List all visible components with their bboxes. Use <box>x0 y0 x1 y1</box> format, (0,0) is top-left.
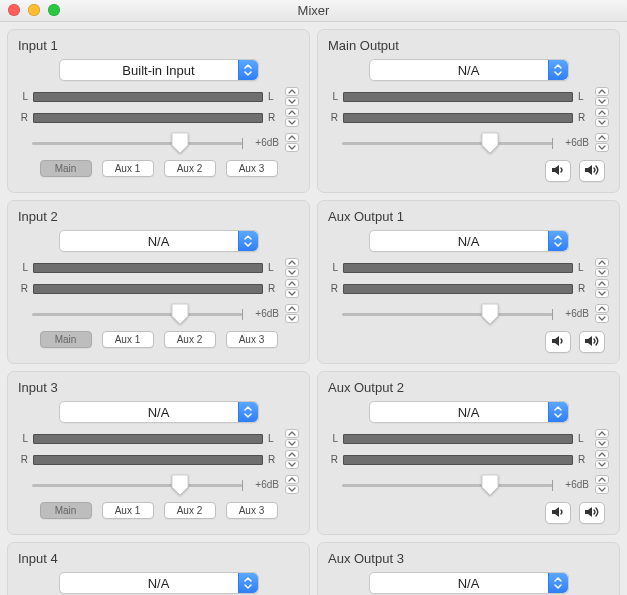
output-1-volume-low-button[interactable] <box>545 160 571 182</box>
stepper-up-icon[interactable] <box>595 450 609 459</box>
input-3-route-aux3-button[interactable]: Aux 3 <box>226 502 278 519</box>
input-2-left-stepper[interactable] <box>285 258 299 277</box>
stepper-up-icon[interactable] <box>595 108 609 117</box>
input-2-right-stepper[interactable] <box>285 279 299 298</box>
zoom-icon[interactable] <box>48 4 60 16</box>
stepper-down-icon[interactable] <box>285 97 299 106</box>
stepper-up-icon[interactable] <box>285 475 299 484</box>
input-1-route-main-button[interactable]: Main <box>40 160 92 177</box>
input-2-route-aux3-button[interactable]: Aux 3 <box>226 331 278 348</box>
stepper-down-icon[interactable] <box>285 143 299 152</box>
output-3-volume-high-button[interactable] <box>579 502 605 524</box>
stepper-up-icon[interactable] <box>285 108 299 117</box>
output-2-volume-high-button[interactable] <box>579 331 605 353</box>
input-3-gain-slider[interactable] <box>32 476 243 494</box>
stepper-down-icon[interactable] <box>285 289 299 298</box>
close-icon[interactable] <box>8 4 20 16</box>
stepper-up-icon[interactable] <box>285 133 299 142</box>
output-2-left-stepper[interactable] <box>595 258 609 277</box>
output-1-gain-stepper[interactable] <box>595 133 609 152</box>
input-1-gain-slider[interactable] <box>32 134 243 152</box>
stepper-down-icon[interactable] <box>595 460 609 469</box>
stepper-down-icon[interactable] <box>595 485 609 494</box>
stepper-up-icon[interactable] <box>285 279 299 288</box>
stepper-down-icon[interactable] <box>285 268 299 277</box>
input-1-left-stepper[interactable] <box>285 87 299 106</box>
input-1-route-aux3-button[interactable]: Aux 3 <box>226 160 278 177</box>
input-2-title: Input 2 <box>18 209 299 224</box>
input-2-route-aux2-button[interactable]: Aux 2 <box>164 331 216 348</box>
input-2-route-main-button[interactable]: Main <box>40 331 92 348</box>
stepper-up-icon[interactable] <box>285 450 299 459</box>
meter-label-left: L <box>328 91 338 102</box>
output-1-gain-slider[interactable] <box>342 134 553 152</box>
input-2-route-aux1-button[interactable]: Aux 1 <box>102 331 154 348</box>
updown-chevron-icon <box>238 573 258 593</box>
stepper-up-icon[interactable] <box>595 429 609 438</box>
input-3-title: Input 3 <box>18 380 299 395</box>
stepper-up-icon[interactable] <box>595 87 609 96</box>
output-2-gain-stepper[interactable] <box>595 304 609 323</box>
output-3-gain-slider[interactable] <box>342 476 553 494</box>
output-2-right-stepper[interactable] <box>595 279 609 298</box>
input-3-right-stepper[interactable] <box>285 450 299 469</box>
input-3-route-aux1-button[interactable]: Aux 1 <box>102 502 154 519</box>
updown-chevron-icon <box>548 60 568 80</box>
input-1-title: Input 1 <box>18 38 299 53</box>
stepper-up-icon[interactable] <box>285 304 299 313</box>
input-1-right-stepper[interactable] <box>285 108 299 127</box>
stepper-down-icon[interactable] <box>595 268 609 277</box>
output-2-volume-low-button[interactable] <box>545 331 571 353</box>
stepper-up-icon[interactable] <box>595 133 609 142</box>
output-3-left-stepper[interactable] <box>595 429 609 448</box>
input-3-device-select[interactable]: N/A <box>59 401 259 423</box>
stepper-down-icon[interactable] <box>285 460 299 469</box>
input-2-device-select[interactable]: N/A <box>59 230 259 252</box>
input-1-gain-stepper[interactable] <box>285 133 299 152</box>
stepper-down-icon[interactable] <box>285 485 299 494</box>
stepper-up-icon[interactable] <box>595 279 609 288</box>
stepper-up-icon[interactable] <box>285 429 299 438</box>
stepper-down-icon[interactable] <box>595 439 609 448</box>
output-3-right-stepper[interactable] <box>595 450 609 469</box>
output-1-left-stepper[interactable] <box>595 87 609 106</box>
stepper-down-icon[interactable] <box>595 143 609 152</box>
output-4-device-select[interactable]: N/A <box>369 572 569 594</box>
stepper-down-icon[interactable] <box>595 97 609 106</box>
stepper-down-icon[interactable] <box>595 289 609 298</box>
output-1-right-stepper[interactable] <box>595 108 609 127</box>
output-3-device-select[interactable]: N/A <box>369 401 569 423</box>
meter-label-left: L <box>328 262 338 273</box>
meter-label-left: L <box>18 91 28 102</box>
output-1-device-select[interactable]: N/A <box>369 59 569 81</box>
output-3-volume-low-button[interactable] <box>545 502 571 524</box>
input-1-device-select[interactable]: Built-in Input <box>59 59 259 81</box>
stepper-down-icon[interactable] <box>285 439 299 448</box>
input-2-gain-stepper[interactable] <box>285 304 299 323</box>
stepper-down-icon[interactable] <box>595 118 609 127</box>
input-1-route-aux1-button[interactable]: Aux 1 <box>102 160 154 177</box>
stepper-up-icon[interactable] <box>595 304 609 313</box>
stepper-down-icon[interactable] <box>285 314 299 323</box>
stepper-up-icon[interactable] <box>285 87 299 96</box>
input-3-route-aux2-button[interactable]: Aux 2 <box>164 502 216 519</box>
input-4-device-select[interactable]: N/A <box>59 572 259 594</box>
stepper-up-icon[interactable] <box>595 258 609 267</box>
stepper-down-icon[interactable] <box>595 314 609 323</box>
input-3-gain-stepper[interactable] <box>285 475 299 494</box>
input-2-gain-slider[interactable] <box>32 305 243 323</box>
output-1-volume-high-button[interactable] <box>579 160 605 182</box>
output-3-meter-right <box>343 455 573 465</box>
output-3-gain-stepper[interactable] <box>595 475 609 494</box>
stepper-up-icon[interactable] <box>595 475 609 484</box>
input-3-route-main-button[interactable]: Main <box>40 502 92 519</box>
minimize-icon[interactable] <box>28 4 40 16</box>
output-2-gain-slider[interactable] <box>342 305 553 323</box>
window-titlebar: Mixer <box>0 0 627 22</box>
meter-label-right-right: R <box>268 454 278 465</box>
stepper-up-icon[interactable] <box>285 258 299 267</box>
input-1-route-aux2-button[interactable]: Aux 2 <box>164 160 216 177</box>
stepper-down-icon[interactable] <box>285 118 299 127</box>
output-2-device-select[interactable]: N/A <box>369 230 569 252</box>
input-3-left-stepper[interactable] <box>285 429 299 448</box>
